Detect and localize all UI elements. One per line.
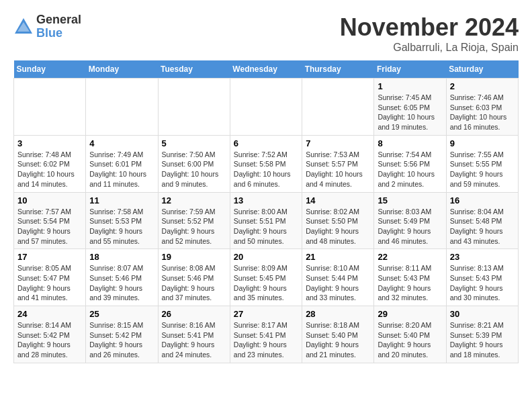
day-info: Sunrise: 8:00 AM Sunset: 5:51 PM Dayligh…	[234, 207, 298, 246]
col-saturday: Saturday	[446, 60, 518, 79]
day-number: 27	[234, 309, 298, 319]
day-cell: 17Sunrise: 8:05 AM Sunset: 5:47 PM Dayli…	[14, 249, 86, 306]
day-number: 16	[450, 195, 515, 205]
day-cell: 30Sunrise: 8:21 AM Sunset: 5:39 PM Dayli…	[446, 306, 518, 363]
day-cell: 26Sunrise: 8:16 AM Sunset: 5:41 PM Dayli…	[158, 306, 230, 363]
day-number: 30	[450, 309, 515, 319]
day-cell: 18Sunrise: 8:07 AM Sunset: 5:46 PM Dayli…	[86, 249, 158, 306]
day-number: 24	[17, 309, 82, 319]
day-info: Sunrise: 7:59 AM Sunset: 5:52 PM Dayligh…	[162, 207, 226, 246]
day-info: Sunrise: 7:52 AM Sunset: 5:58 PM Dayligh…	[234, 150, 298, 189]
day-info: Sunrise: 8:10 AM Sunset: 5:44 PM Dayligh…	[306, 263, 370, 303]
day-number: 26	[162, 309, 226, 319]
day-number: 4	[89, 138, 154, 148]
day-number: 1	[378, 81, 442, 91]
day-number: 28	[306, 309, 370, 319]
day-cell: 8Sunrise: 7:54 AM Sunset: 5:56 PM Daylig…	[374, 135, 446, 192]
day-info: Sunrise: 7:53 AM Sunset: 5:57 PM Dayligh…	[306, 150, 370, 189]
col-tuesday: Tuesday	[158, 60, 230, 79]
day-info: Sunrise: 8:11 AM Sunset: 5:43 PM Dayligh…	[378, 263, 442, 303]
calendar-table: Sunday Monday Tuesday Wednesday Thursday…	[13, 60, 519, 363]
logo-text: General Blue	[36, 13, 81, 40]
day-info: Sunrise: 7:55 AM Sunset: 5:55 PM Dayligh…	[450, 150, 515, 189]
day-cell	[302, 79, 374, 136]
header-row: Sunday Monday Tuesday Wednesday Thursday…	[14, 60, 519, 79]
day-info: Sunrise: 8:15 AM Sunset: 5:42 PM Dayligh…	[89, 320, 154, 360]
day-cell: 2Sunrise: 7:46 AM Sunset: 6:03 PM Daylig…	[446, 79, 518, 136]
title-block: November 2024 Galbarruli, La Rioja, Spai…	[340, 13, 519, 54]
day-cell	[86, 79, 158, 136]
day-cell: 3Sunrise: 7:48 AM Sunset: 6:02 PM Daylig…	[14, 135, 86, 192]
calendar-body: 1Sunrise: 7:45 AM Sunset: 6:05 PM Daylig…	[14, 79, 519, 363]
day-info: Sunrise: 8:03 AM Sunset: 5:49 PM Dayligh…	[378, 207, 442, 246]
logo-blue: Blue	[36, 27, 81, 40]
day-cell: 16Sunrise: 8:04 AM Sunset: 5:48 PM Dayli…	[446, 192, 518, 249]
day-info: Sunrise: 8:05 AM Sunset: 5:47 PM Dayligh…	[17, 263, 82, 303]
week-row-3: 17Sunrise: 8:05 AM Sunset: 5:47 PM Dayli…	[14, 249, 519, 306]
page-header: General Blue November 2024 Galbarruli, L…	[13, 13, 519, 54]
col-friday: Friday	[374, 60, 446, 79]
day-number: 13	[234, 195, 298, 205]
day-number: 23	[450, 252, 515, 262]
logo-general: General	[36, 13, 81, 27]
col-sunday: Sunday	[14, 60, 86, 79]
calendar-header: Sunday Monday Tuesday Wednesday Thursday…	[14, 60, 519, 79]
day-cell: 15Sunrise: 8:03 AM Sunset: 5:49 PM Dayli…	[374, 192, 446, 249]
day-number: 9	[450, 138, 515, 148]
day-cell: 22Sunrise: 8:11 AM Sunset: 5:43 PM Dayli…	[374, 249, 446, 306]
day-number: 29	[378, 309, 442, 319]
week-row-1: 3Sunrise: 7:48 AM Sunset: 6:02 PM Daylig…	[14, 135, 519, 192]
day-info: Sunrise: 8:17 AM Sunset: 5:41 PM Dayligh…	[234, 320, 298, 360]
day-cell: 13Sunrise: 8:00 AM Sunset: 5:51 PM Dayli…	[230, 192, 302, 249]
day-cell: 19Sunrise: 8:08 AM Sunset: 5:46 PM Dayli…	[158, 249, 230, 306]
logo-icon	[13, 17, 34, 37]
day-info: Sunrise: 8:21 AM Sunset: 5:39 PM Dayligh…	[450, 320, 515, 360]
day-cell: 21Sunrise: 8:10 AM Sunset: 5:44 PM Dayli…	[302, 249, 374, 306]
day-cell: 27Sunrise: 8:17 AM Sunset: 5:41 PM Dayli…	[230, 306, 302, 363]
month-title: November 2024	[340, 13, 519, 42]
day-cell: 12Sunrise: 7:59 AM Sunset: 5:52 PM Dayli…	[158, 192, 230, 249]
day-cell: 7Sunrise: 7:53 AM Sunset: 5:57 PM Daylig…	[302, 135, 374, 192]
day-info: Sunrise: 8:13 AM Sunset: 5:43 PM Dayligh…	[450, 263, 515, 303]
day-cell: 10Sunrise: 7:57 AM Sunset: 5:54 PM Dayli…	[14, 192, 86, 249]
day-number: 25	[89, 309, 154, 319]
day-cell: 24Sunrise: 8:14 AM Sunset: 5:42 PM Dayli…	[14, 306, 86, 363]
day-info: Sunrise: 7:49 AM Sunset: 6:01 PM Dayligh…	[89, 150, 154, 189]
week-row-2: 10Sunrise: 7:57 AM Sunset: 5:54 PM Dayli…	[14, 192, 519, 249]
week-row-0: 1Sunrise: 7:45 AM Sunset: 6:05 PM Daylig…	[14, 79, 519, 136]
day-number: 14	[306, 195, 370, 205]
day-cell: 28Sunrise: 8:18 AM Sunset: 5:40 PM Dayli…	[302, 306, 374, 363]
day-cell: 4Sunrise: 7:49 AM Sunset: 6:01 PM Daylig…	[86, 135, 158, 192]
day-cell	[158, 79, 230, 136]
day-cell: 20Sunrise: 8:09 AM Sunset: 5:45 PM Dayli…	[230, 249, 302, 306]
day-cell: 25Sunrise: 8:15 AM Sunset: 5:42 PM Dayli…	[86, 306, 158, 363]
col-monday: Monday	[86, 60, 158, 79]
day-info: Sunrise: 7:50 AM Sunset: 6:00 PM Dayligh…	[162, 150, 226, 189]
day-info: Sunrise: 7:46 AM Sunset: 6:03 PM Dayligh…	[450, 93, 515, 132]
day-info: Sunrise: 8:16 AM Sunset: 5:41 PM Dayligh…	[162, 320, 226, 360]
day-cell: 6Sunrise: 7:52 AM Sunset: 5:58 PM Daylig…	[230, 135, 302, 192]
day-number: 8	[378, 138, 442, 148]
day-number: 19	[162, 252, 226, 262]
day-info: Sunrise: 7:48 AM Sunset: 6:02 PM Dayligh…	[17, 150, 82, 189]
col-thursday: Thursday	[302, 60, 374, 79]
day-info: Sunrise: 8:07 AM Sunset: 5:46 PM Dayligh…	[89, 263, 154, 303]
day-info: Sunrise: 8:08 AM Sunset: 5:46 PM Dayligh…	[162, 263, 226, 303]
day-number: 6	[234, 138, 298, 148]
location: Galbarruli, La Rioja, Spain	[340, 42, 519, 54]
day-number: 11	[89, 195, 154, 205]
day-number: 3	[17, 138, 82, 148]
day-number: 17	[17, 252, 82, 262]
day-cell	[230, 79, 302, 136]
day-number: 10	[17, 195, 82, 205]
day-number: 22	[378, 252, 442, 262]
day-info: Sunrise: 8:14 AM Sunset: 5:42 PM Dayligh…	[17, 320, 82, 360]
day-cell: 14Sunrise: 8:02 AM Sunset: 5:50 PM Dayli…	[302, 192, 374, 249]
logo: General Blue	[13, 13, 81, 40]
day-info: Sunrise: 8:04 AM Sunset: 5:48 PM Dayligh…	[450, 207, 515, 246]
day-number: 15	[378, 195, 442, 205]
day-number: 21	[306, 252, 370, 262]
day-number: 5	[162, 138, 226, 148]
day-cell: 29Sunrise: 8:20 AM Sunset: 5:40 PM Dayli…	[374, 306, 446, 363]
day-info: Sunrise: 7:57 AM Sunset: 5:54 PM Dayligh…	[17, 207, 82, 246]
